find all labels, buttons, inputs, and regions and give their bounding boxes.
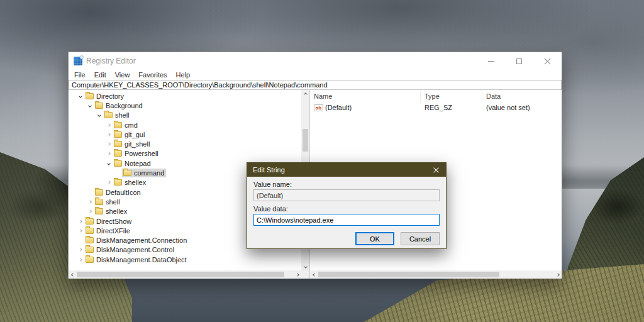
expand-icon[interactable] [104,152,113,155]
scroll-right-button[interactable] [553,270,562,279]
expand-icon[interactable] [86,201,94,203]
maximize-icon [516,58,522,64]
folder-icon [114,122,122,128]
tree-item-label: DiskManagement.Control [96,246,174,253]
close-icon [544,58,551,65]
title-bar[interactable]: Registry Editor [69,52,562,70]
tree-item-label: git_gui [125,131,145,138]
scroll-down-button[interactable] [301,262,309,270]
menu-item-help[interactable]: Help [172,71,195,79]
tree-item-cmd[interactable]: cmd [69,120,301,130]
column-header-type[interactable]: Type [421,90,482,103]
tree-item-diskmanagement-dataobject[interactable]: DiskManagement.DataObject [69,255,301,264]
chevron-right-icon [296,273,299,277]
close-button[interactable] [533,52,562,70]
folder-icon [123,170,131,176]
expand-icon[interactable] [86,210,94,213]
expand-icon[interactable] [104,143,113,145]
address-input[interactable] [69,80,561,89]
tree-item-shell[interactable]: shell [69,111,301,120]
value-name-label: Value name: [253,180,440,188]
scroll-left-button[interactable] [310,270,318,279]
value-name: (Default) [325,104,352,111]
tree-item-label: DefaultIcon [106,189,141,196]
folder-icon [114,160,122,167]
folder-icon [114,141,122,147]
folder-icon [114,179,122,186]
ok-button[interactable]: OK [355,232,394,245]
expand-icon[interactable] [76,230,84,232]
tree-item-label: DiskManagement.DataObject [96,256,187,264]
horizontal-scroll-thumb[interactable] [318,272,499,277]
folder-icon [95,208,103,214]
scroll-left-button[interactable] [69,270,77,279]
scroll-up-button[interactable] [301,90,309,98]
tree-item-label: DirectShow [96,218,131,225]
folder-icon [86,218,94,225]
dialog-body: Value name: Value data: OK Cancel [247,177,446,245]
tree-item-label: command [134,169,164,177]
tree-item-label: Background [106,102,143,109]
tree-horizontal-scrollbar[interactable] [69,270,301,279]
scroll-right-button[interactable] [293,270,301,279]
tree-item-git-shell[interactable]: git_shell [69,139,301,148]
minimize-button[interactable] [477,52,505,70]
expand-icon[interactable] [76,258,84,261]
tree-item-label: cmd [125,121,138,129]
folder-icon [95,199,103,205]
collapse-icon[interactable] [76,95,84,97]
expand-icon[interactable] [104,133,113,136]
menu-item-favorites[interactable]: Favorites [134,71,171,79]
value-data-label: Value data: [253,205,440,213]
list-column-headers: NameTypeData [310,90,562,103]
tree-item-powershell[interactable]: Powershell [69,149,301,158]
column-header-name[interactable]: Name [310,90,421,103]
tree-item-git-gui[interactable]: git_gui [69,130,301,139]
dialog-title-bar[interactable]: Edit String [247,163,446,177]
expand-icon[interactable] [76,248,84,251]
tree-item-label: DiskManagement.Connection [96,236,187,244]
folder-icon [104,112,113,118]
list-body: ab(Default)REG_SZ(value not set) [310,103,562,113]
folder-icon [86,228,94,234]
chevron-left-icon [71,273,75,277]
value-data-field[interactable] [253,214,440,226]
horizontal-scroll-thumb[interactable] [77,272,284,277]
expand-icon[interactable] [104,124,113,126]
cancel-button[interactable]: Cancel [401,232,440,245]
expand-icon[interactable] [76,220,84,223]
window-title: Registry Editor [86,57,136,65]
menu-item-edit[interactable]: Edit [90,71,111,79]
tree-item-label: Directory [96,92,124,100]
collapse-icon[interactable] [95,114,103,116]
tree-item-label: git_shell [125,140,150,148]
dialog-title: Edit String [253,166,285,174]
menu-item-file[interactable]: File [70,71,90,79]
scrollbar-corner [301,270,309,279]
chevron-down-icon [304,265,308,269]
chevron-left-icon [313,273,316,277]
tree-item-directory[interactable]: Directory [69,91,301,101]
collapse-icon[interactable] [104,162,113,165]
folder-icon [114,150,122,157]
expand-icon[interactable] [104,181,113,184]
vertical-scroll-thumb[interactable] [303,129,308,152]
minimize-icon [488,61,494,62]
value-data: (value not set) [482,104,562,111]
dialog-close-button[interactable] [426,163,446,177]
column-header-data[interactable]: Data [482,90,562,103]
chevron-right-icon [556,273,560,277]
folder-icon [95,103,103,109]
chevron-up-icon [304,92,308,96]
folder-icon [86,247,94,253]
tree-item-label: shell [115,111,130,119]
menu-item-view[interactable]: View [111,71,135,79]
window-controls [477,52,562,70]
maximize-button[interactable] [505,52,533,70]
tree-item-background[interactable]: Background [69,101,301,110]
menu-bar: FileEditViewFavoritesHelp [69,70,562,80]
collapse-icon[interactable] [86,104,94,107]
list-horizontal-scrollbar[interactable] [310,270,562,279]
value-row-default[interactable]: ab(Default)REG_SZ(value not set) [310,103,562,113]
address-bar [69,80,562,90]
